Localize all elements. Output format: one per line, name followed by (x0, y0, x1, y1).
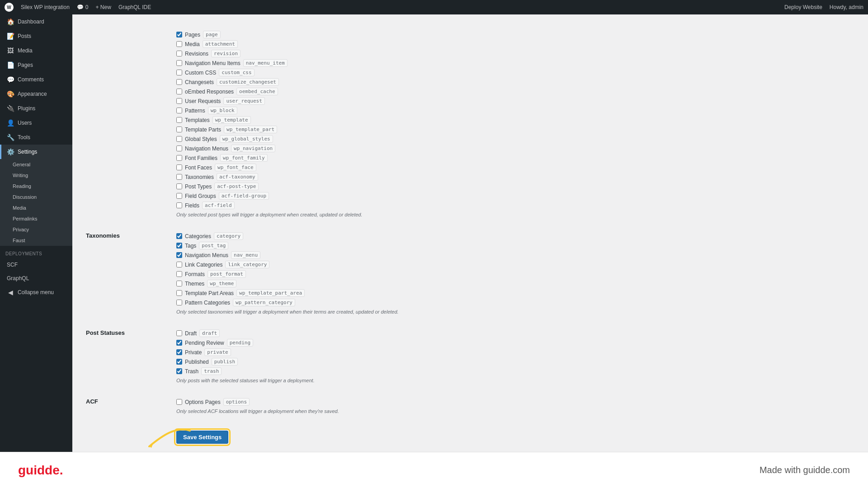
checkbox-post-types-acf[interactable] (176, 183, 182, 189)
checkbox-private[interactable] (176, 349, 182, 355)
checkbox-custom-css[interactable] (176, 70, 182, 75)
menu-item-settings[interactable]: ⚙️ Settings (0, 145, 72, 159)
code-template-parts: wp_template_part (224, 126, 277, 133)
checkbox-draft[interactable] (176, 330, 182, 336)
code-post-types-acf: acf-post-type (214, 183, 259, 190)
checkbox-field-groups[interactable] (176, 193, 182, 199)
code-private: private (204, 348, 231, 356)
post-types-row: Pages page Media attachment (86, 23, 556, 225)
adminbar-graphql-ide[interactable]: GraphQL IDE (118, 4, 151, 10)
checkbox-trash[interactable] (176, 368, 182, 374)
checkbox-template-parts[interactable] (176, 127, 182, 132)
collapse-icon: ◀ (7, 289, 14, 296)
adminbar-howdy[interactable]: Howdy, admin (830, 4, 863, 10)
post-statuses-checkboxes: Draft draft Pending Review pending Priva… (176, 322, 556, 391)
admin-bar: W Silex WP integration 💬 0 + New GraphQL… (0, 0, 868, 14)
label-media: Media (185, 41, 200, 47)
checkbox-changesets[interactable] (176, 79, 182, 85)
checkbox-row-private: Private private (176, 348, 556, 356)
checkbox-themes[interactable] (176, 281, 182, 286)
checkbox-media[interactable] (176, 41, 182, 47)
label-revisions: Revisions (185, 51, 208, 57)
menu-item-tools[interactable]: 🔧 Tools (0, 130, 72, 145)
post-types-checkboxes: Pages page Media attachment (176, 23, 556, 225)
menu-item-collapse[interactable]: ◀ Collapse menu (0, 285, 72, 300)
checkbox-row-pages: Pages page (176, 31, 556, 38)
checkbox-fields[interactable] (176, 202, 182, 208)
menu-item-comments[interactable]: 💬 Comments (0, 72, 72, 87)
label-pattern-categories: Pattern Categories (185, 300, 230, 306)
checkbox-global-styles[interactable] (176, 136, 182, 142)
code-draft: draft (199, 329, 220, 337)
checkbox-row-themes: Themes wp_theme (176, 280, 556, 287)
submenu-permalinks[interactable]: Permalinks (0, 213, 72, 224)
checkbox-options-pages[interactable] (176, 399, 182, 405)
menu-item-appearance[interactable]: 🎨 Appearance (0, 87, 72, 101)
checkbox-categories[interactable] (176, 233, 182, 239)
checkbox-row-nav-menus-tax: Navigation Menus nav_menu (176, 251, 556, 259)
code-revisions: revision (211, 50, 241, 57)
checkbox-templates[interactable] (176, 117, 182, 123)
checkbox-row-trash: Trash trash (176, 367, 556, 375)
checkbox-navigation-menus[interactable] (176, 145, 182, 151)
code-user-requests: user_request (223, 97, 264, 105)
checkbox-row-custom-css: Custom CSS custom_css (176, 69, 556, 76)
menu-item-media[interactable]: 🖼 Media (0, 43, 72, 58)
posts-icon: 📝 (7, 33, 14, 40)
checkbox-row-oembed: oEmbed Responses oembed_cache (176, 88, 556, 95)
checkbox-pattern-categories[interactable] (176, 300, 182, 305)
checkbox-nav-menus-tax[interactable] (176, 252, 182, 258)
checkbox-template-part-areas[interactable] (176, 290, 182, 296)
checkbox-font-faces[interactable] (176, 164, 182, 170)
submenu-writing[interactable]: Writing (0, 170, 72, 181)
submenu-media[interactable]: Media (0, 202, 72, 213)
main-content: Pages page Media attachment (72, 14, 868, 452)
label-themes: Themes (185, 281, 204, 287)
checkbox-row-field-groups: Field Groups acf-field-group (176, 192, 556, 200)
checkbox-published[interactable] (176, 359, 182, 365)
code-custom-css: custom_css (219, 69, 254, 76)
checkbox-row-formats: Formats post_format (176, 270, 556, 278)
checkbox-pending[interactable] (176, 340, 182, 346)
adminbar-comments[interactable]: 💬 0 (77, 4, 89, 10)
submenu-discussion[interactable]: Discussion (0, 192, 72, 202)
checkbox-formats[interactable] (176, 271, 182, 277)
checkbox-nav-menu-items[interactable] (176, 60, 182, 66)
checkbox-row-options-pages: Options Pages options (176, 398, 556, 406)
checkbox-user-requests[interactable] (176, 98, 182, 104)
adminbar-site[interactable]: Silex WP integration (21, 4, 70, 10)
deployments-section-label: Deployments (0, 246, 72, 258)
checkbox-row-media: Media attachment (176, 40, 556, 48)
checkbox-revisions[interactable] (176, 51, 182, 56)
label-template-part-areas: Template Part Areas (185, 290, 234, 296)
adminbar-deploy[interactable]: Deploy Website (784, 4, 822, 10)
checkbox-pages[interactable] (176, 32, 182, 38)
checkbox-link-categories[interactable] (176, 262, 182, 267)
menu-item-pages[interactable]: 📄 Pages (0, 58, 72, 72)
checkbox-row-pattern-categories: Pattern Categories wp_pattern_category (176, 299, 556, 306)
post-statuses-note: Only posts with the selected statuses wi… (176, 378, 556, 383)
submenu-reading[interactable]: Reading (0, 181, 72, 192)
menu-item-users[interactable]: 👤 Users (0, 116, 72, 130)
checkbox-row-categories: Categories category (176, 232, 556, 240)
checkbox-oembed[interactable] (176, 89, 182, 94)
checkbox-patterns[interactable] (176, 108, 182, 113)
submenu-faust[interactable]: Faust (0, 235, 72, 246)
menu-item-scf[interactable]: SCF (0, 258, 72, 272)
code-pages: page (203, 31, 221, 38)
code-link-categories: link_category (225, 261, 269, 268)
adminbar-logo[interactable]: W (5, 3, 14, 12)
adminbar-new[interactable]: + New (96, 4, 111, 10)
menu-item-graphql[interactable]: GraphQL (0, 272, 72, 285)
menu-item-plugins[interactable]: 🔌 Plugins (0, 101, 72, 116)
label-templates: Templates (185, 117, 210, 123)
checkbox-row-nav-menu-items: Navigation Menu Items nav_menu_item (176, 59, 556, 67)
checkbox-taxonomies-acf[interactable] (176, 174, 182, 180)
settings-icon: ⚙️ (7, 148, 14, 155)
submenu-privacy[interactable]: Privacy (0, 224, 72, 235)
menu-item-posts[interactable]: 📝 Posts (0, 29, 72, 43)
checkbox-tags[interactable] (176, 243, 182, 249)
checkbox-font-families[interactable] (176, 155, 182, 161)
menu-item-dashboard[interactable]: 🏠 Dashboard (0, 14, 72, 29)
submenu-general[interactable]: General (0, 159, 72, 170)
